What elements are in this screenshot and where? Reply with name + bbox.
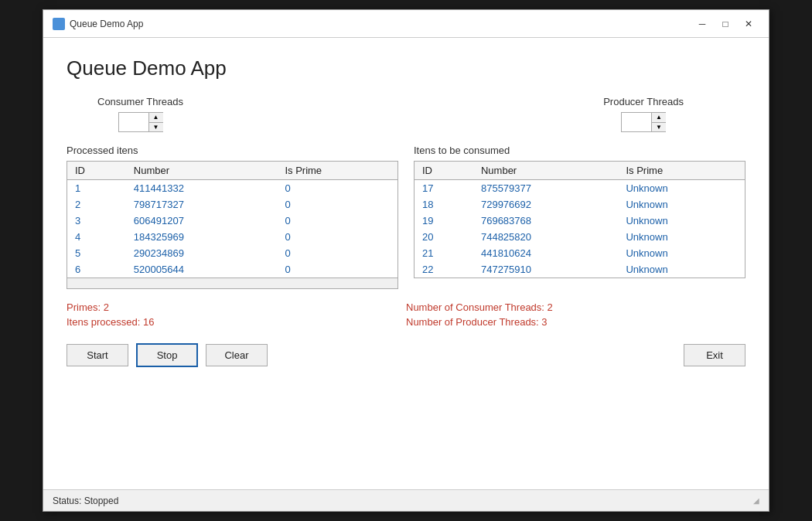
items-processed-stat: Itens processed: 16 <box>67 316 406 328</box>
cell-id: 20 <box>415 229 473 245</box>
items-to-consume-body: 17 875579377 Unknown 18 729976692 Unknow… <box>415 180 745 278</box>
processed-items-hscroll[interactable] <box>67 278 397 288</box>
maximize-button[interactable]: □ <box>715 16 736 32</box>
cell-id: 4 <box>67 229 126 245</box>
processed-items-body: 1 411441332 0 2 798717327 0 3 606491207 … <box>67 180 397 278</box>
cell-number: 729976692 <box>473 196 619 213</box>
table-row: 17 875579377 Unknown <box>415 180 745 197</box>
cell-isprime: Unknown <box>618 180 745 197</box>
items-to-consume-header-row: ID Number Is Prime <box>415 162 745 180</box>
app-icon <box>53 18 65 30</box>
cell-isprime: Unknown <box>618 213 745 229</box>
table-row: 1 411441332 0 <box>67 180 397 197</box>
items-to-consume-col-number: Number <box>473 162 619 180</box>
items-to-consume-table-wrapper: ID Number Is Prime 17 875579377 Unknown … <box>414 161 745 278</box>
cell-number: 411441332 <box>126 180 278 197</box>
status-text: Status: Stopped <box>53 495 118 506</box>
table-row: 18 729976692 Unknown <box>415 196 745 213</box>
items-to-consume-table: ID Number Is Prime 17 875579377 Unknown … <box>415 162 745 278</box>
close-button[interactable]: ✕ <box>738 16 759 32</box>
cell-number: 769683768 <box>473 213 619 229</box>
num-consumer-threads-stat: Number of Consumer Threads: 2 <box>406 301 745 313</box>
threads-row: Consumer Threads 2 ▲ ▼ Producer Threads … <box>67 96 745 132</box>
cell-number: 798717327 <box>126 196 278 213</box>
start-button[interactable]: Start <box>67 344 128 366</box>
stats-col-left: Primes: 2 Itens processed: 16 <box>67 301 406 328</box>
cell-isprime: Unknown <box>618 196 745 213</box>
cell-isprime: 0 <box>277 229 397 245</box>
resize-handle: ◢ <box>753 496 759 505</box>
stats-col-right: Number of Consumer Threads: 2 Number of … <box>406 301 745 328</box>
title-bar-title: Queue Demo App <box>70 19 143 29</box>
main-window: Queue Demo App ─ □ ✕ Queue Demo App Cons… <box>43 9 769 512</box>
cell-id: 19 <box>415 213 473 229</box>
exit-button[interactable]: Exit <box>684 344 745 366</box>
producer-threads-control: Producer Threads 3 ▲ ▼ <box>603 96 684 132</box>
producer-threads-down[interactable]: ▼ <box>652 122 666 131</box>
processed-items-col-isprime: Is Prime <box>277 162 397 180</box>
cell-isprime: 0 <box>277 261 397 278</box>
table-row: 22 747275910 Unknown <box>415 261 745 278</box>
items-to-consume-section: Itens to be consumed ID Number Is Prime <box>414 145 745 278</box>
consumer-threads-down[interactable]: ▼ <box>149 122 163 131</box>
producer-threads-spinner[interactable]: 3 ▲ ▼ <box>621 112 666 132</box>
table-row: 4 184325969 0 <box>67 229 397 245</box>
items-to-consume-col-isprime: Is Prime <box>618 162 745 180</box>
consumer-threads-spinner[interactable]: 2 ▲ ▼ <box>118 112 163 132</box>
table-row: 21 441810624 Unknown <box>415 245 745 261</box>
cell-id: 2 <box>67 196 126 213</box>
main-content: Queue Demo App Consumer Threads 2 ▲ ▼ Pr… <box>43 38 769 489</box>
consumer-threads-label: Consumer Threads <box>97 96 183 107</box>
processed-items-section: Processed itens ID Number Is Prime <box>67 145 398 289</box>
cell-number: 744825820 <box>473 229 619 245</box>
table-row: 3 606491207 0 <box>67 213 397 229</box>
cell-id: 17 <box>415 180 473 197</box>
buttons-row: Start Stop Clear Exit <box>67 343 745 367</box>
processed-items-col-number: Number <box>126 162 278 180</box>
title-bar: Queue Demo App ─ □ ✕ <box>43 10 769 38</box>
producer-threads-spinner-btns: ▲ ▼ <box>651 113 666 131</box>
producer-threads-up[interactable]: ▲ <box>652 113 666 122</box>
cell-number: 606491207 <box>126 213 278 229</box>
table-row: 2 798717327 0 <box>67 196 397 213</box>
consumer-threads-up[interactable]: ▲ <box>149 113 163 122</box>
cell-id: 1 <box>67 180 126 197</box>
stop-button[interactable]: Stop <box>136 343 198 367</box>
cell-number: 290234869 <box>126 245 278 261</box>
consumer-threads-spinner-btns: ▲ ▼ <box>148 113 163 131</box>
title-bar-buttons: ─ □ ✕ <box>691 16 759 32</box>
items-to-consume-label: Itens to be consumed <box>414 145 745 156</box>
cell-id: 22 <box>415 261 473 278</box>
producer-threads-input[interactable]: 3 <box>622 115 651 130</box>
num-producer-threads-stat: Number of Producer Threads: 3 <box>406 316 745 328</box>
cell-number: 747275910 <box>473 261 619 278</box>
table-row: 5 290234869 0 <box>67 245 397 261</box>
cell-id: 6 <box>67 261 126 278</box>
cell-isprime: 0 <box>277 245 397 261</box>
items-to-consume-col-id: ID <box>415 162 473 180</box>
consumer-threads-input[interactable]: 2 <box>119 115 148 130</box>
cell-id: 3 <box>67 213 126 229</box>
processed-items-table: ID Number Is Prime 1 411441332 0 2 79871… <box>67 162 397 278</box>
cell-isprime: 0 <box>277 213 397 229</box>
table-row: 20 744825820 Unknown <box>415 229 745 245</box>
cell-isprime: 0 <box>277 196 397 213</box>
processed-items-scroll[interactable]: ID Number Is Prime 1 411441332 0 2 79871… <box>67 162 397 278</box>
cell-isprime: Unknown <box>618 229 745 245</box>
stats-section: Primes: 2 Itens processed: 16 Number of … <box>67 301 745 328</box>
cell-number: 875579377 <box>473 180 619 197</box>
minimize-button[interactable]: ─ <box>691 16 713 32</box>
processed-items-header-row: ID Number Is Prime <box>67 162 397 180</box>
consumer-threads-control: Consumer Threads 2 ▲ ▼ <box>97 96 183 132</box>
table-row: 19 769683768 Unknown <box>415 213 745 229</box>
buttons-row-right: Exit <box>684 344 745 366</box>
processed-items-table-wrapper: ID Number Is Prime 1 411441332 0 2 79871… <box>67 161 398 289</box>
items-to-consume-scroll[interactable]: ID Number Is Prime 17 875579377 Unknown … <box>415 162 745 278</box>
primes-stat: Primes: 2 <box>67 301 406 313</box>
cell-isprime: Unknown <box>618 261 745 278</box>
producer-threads-label: Producer Threads <box>603 96 684 107</box>
cell-number: 184325969 <box>126 229 278 245</box>
cell-id: 18 <box>415 196 473 213</box>
tables-row: Processed itens ID Number Is Prime <box>67 145 745 289</box>
clear-button[interactable]: Clear <box>206 344 268 366</box>
